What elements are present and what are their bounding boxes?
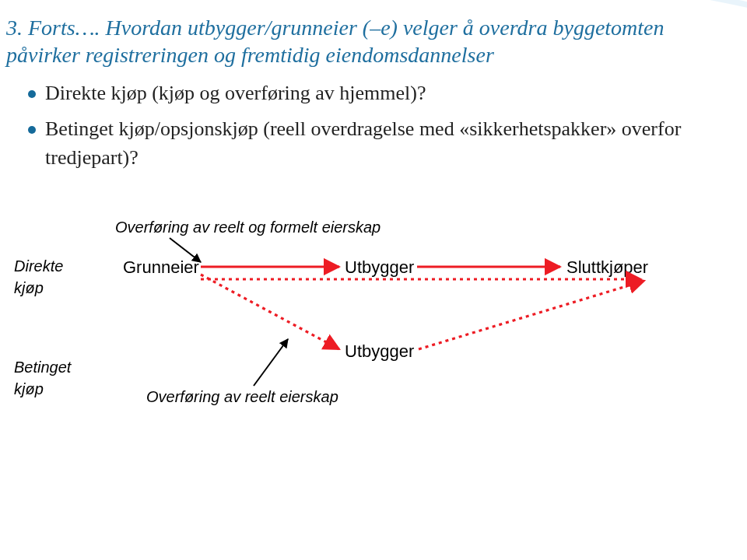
diagram-arrows xyxy=(53,219,707,421)
bullet-item: Direkte kjøp (kjøp og overføring av hjem… xyxy=(28,79,741,107)
svg-line-3 xyxy=(419,281,644,349)
ownership-transfer-diagram: Overføring av reelt og formelt eierskap … xyxy=(53,219,707,421)
diagram-row-label: kjøp xyxy=(14,279,44,297)
slide-title: 3. Forts…. Hvordan utbygger/grunneier (–… xyxy=(6,14,741,68)
svg-line-2 xyxy=(201,275,339,349)
svg-line-6 xyxy=(170,238,201,262)
diagram-row-label: kjøp xyxy=(14,380,44,398)
bullet-item: Betinget kjøp/opsjonskjøp (reell overdra… xyxy=(28,115,741,172)
svg-line-5 xyxy=(254,339,288,386)
bullet-list: Direkte kjøp (kjøp og overføring av hjem… xyxy=(28,79,741,172)
